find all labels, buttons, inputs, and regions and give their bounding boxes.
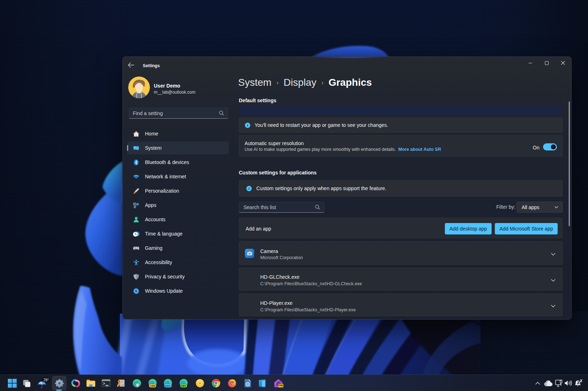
svg-text:BETA: BETA: [165, 385, 171, 387]
svg-text:78°: 78°: [43, 378, 49, 382]
svg-text:CAN: CAN: [150, 384, 155, 387]
svg-text:DEV: DEV: [181, 384, 186, 387]
svg-text:PRE: PRE: [278, 384, 283, 387]
